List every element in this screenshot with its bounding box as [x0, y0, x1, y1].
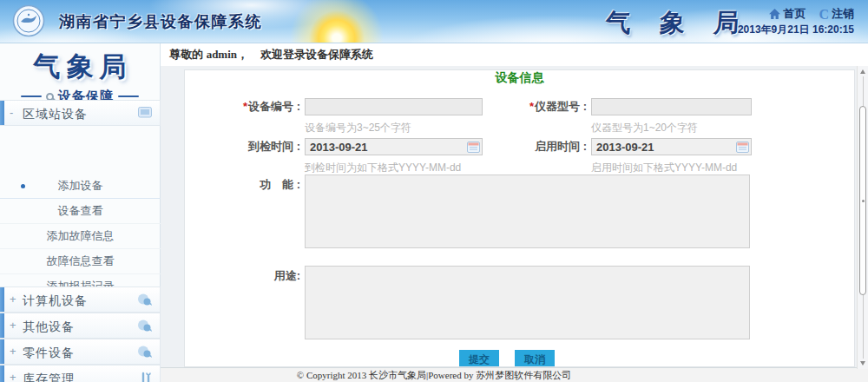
device-info-panel: 设备信息 *设备编号 : *仪器型号 : 设备编号为3~25个字符 仪器型号为1… — [184, 69, 855, 367]
function-label: 功 能 : — [185, 176, 300, 194]
home-icon[interactable] — [769, 9, 780, 19]
system-title: 湖南省宁乡县设备保障系统 — [59, 11, 262, 32]
sidebar-logo: 气象局 — [0, 49, 160, 85]
enable-date-label: 启用时间 : — [471, 138, 587, 155]
section-accent-bar — [0, 313, 4, 338]
required-asterisk: * — [243, 100, 247, 113]
form-title: 设备信息 — [185, 70, 854, 85]
header-datetime: 2013年9月21日 16:20:15 — [738, 23, 854, 37]
mouse-icon — [137, 346, 152, 358]
sidebar-item-label: 添加设备 — [58, 179, 103, 192]
sidebar: 气象局 设备保障 - 区域站设备 添加设备 设备查看 — [0, 43, 161, 382]
calendar-icon[interactable] — [736, 141, 749, 153]
sidebar-section-inventory[interactable]: + 库存管理 — [0, 365, 161, 382]
section-accent-bar — [0, 366, 4, 382]
logout-icon[interactable]: C — [819, 9, 829, 20]
inspect-date-hint: 到检时间为如下格式YYYY-MM-dd — [305, 161, 461, 175]
sidebar-item-add-device[interactable]: 添加设备 — [0, 174, 161, 199]
purpose-textarea[interactable] — [305, 266, 750, 339]
inspect-date-label: 到检时间 : — [185, 138, 300, 155]
model-input[interactable] — [591, 98, 752, 115]
enable-date-field — [591, 138, 752, 155]
section-accent-bar — [0, 287, 4, 312]
section-label: 库存管理 — [23, 372, 75, 382]
logout-link[interactable]: 注销 — [832, 6, 854, 22]
welcome-username: admin — [207, 48, 237, 62]
inspect-date-field — [305, 138, 483, 155]
sidebar-item-label: 添加故障信息 — [47, 229, 115, 242]
sidebar-item-add-fault[interactable]: 添加故障信息 — [0, 224, 161, 249]
expand-indicator: + — [10, 293, 16, 306]
required-asterisk: * — [529, 100, 534, 113]
active-bullet-icon — [21, 184, 25, 188]
collapse-indicator: - — [10, 107, 13, 119]
home-link[interactable]: 首页 — [783, 6, 806, 22]
model-label: *仪器型号 : — [471, 98, 587, 115]
device-no-hint: 设备编号为3~25个字符 — [305, 121, 411, 135]
divider-line — [118, 96, 139, 97]
app-window: 湖南省宁乡县设备保障系统 气 象 局 首页 C 注销 2013年9月21日 16… — [0, 0, 868, 382]
enable-date-hint: 启用时间如下格式YYYY-MM-dd — [591, 161, 737, 175]
purpose-label: 用途: — [185, 267, 300, 285]
welcome-comma: ， — [237, 47, 248, 63]
sidebar-item-view-devices[interactable]: 设备查看 — [0, 199, 161, 224]
inspect-date-input[interactable] — [306, 139, 482, 155]
section-label: 零件设备 — [23, 346, 75, 361]
submit-button[interactable]: 提交 — [459, 350, 499, 367]
divider-line — [21, 96, 42, 97]
mouse-icon — [137, 293, 152, 306]
welcome-message: 欢迎登录设备保障系统 — [260, 47, 373, 63]
function-textarea[interactable] — [305, 175, 750, 248]
section-label: 其他设备 — [23, 319, 75, 335]
sidebar-item-label: 故障信息查看 — [47, 254, 115, 267]
sidebar-item-view-faults[interactable]: 故障信息查看 — [0, 249, 161, 274]
welcome-greeting: 尊敬的 — [169, 47, 203, 63]
welcome-bar: 尊敬的 admin ， 欢迎登录设备保障系统 — [161, 43, 868, 66]
footer-copyright: © Copyright 2013 长沙市气象局|Powered by 苏州梦图软… — [161, 367, 868, 382]
bureau-title: 气 象 局 — [605, 6, 752, 41]
cancel-button[interactable]: 取消 — [515, 350, 555, 367]
sidebar-section-regional-devices[interactable]: - 区域站设备 — [0, 100, 161, 126]
enable-date-input[interactable] — [592, 139, 751, 155]
vertical-scrollbar[interactable] — [857, 66, 868, 369]
device-no-label: *设备编号 : — [185, 98, 300, 115]
sidebar-item-label: 设备查看 — [58, 204, 103, 217]
section-label: 区域站设备 — [23, 107, 88, 122]
tools-icon — [140, 372, 152, 382]
scroll-down-arrow-icon[interactable] — [860, 361, 865, 366]
expand-indicator: + — [10, 346, 16, 358]
header-links: 首页 C 注销 — [769, 6, 854, 22]
monitor-icon — [138, 107, 152, 118]
device-no-input[interactable] — [305, 98, 483, 115]
scrollbar-thumb[interactable] — [859, 106, 866, 295]
scroll-up-arrow-icon[interactable] — [860, 69, 865, 74]
sidebar-section-parts-devices[interactable]: + 零件设备 — [0, 339, 161, 365]
header-banner: 湖南省宁乡县设备保障系统 气 象 局 首页 C 注销 2013年9月21日 16… — [0, 0, 868, 43]
mouse-icon — [137, 319, 152, 332]
section-label: 计算机设备 — [23, 293, 88, 309]
model-hint: 仪器型号为1~20个字符 — [591, 121, 698, 135]
section-accent-bar — [0, 339, 4, 364]
sidebar-section-computer-devices[interactable]: + 计算机设备 — [0, 286, 161, 313]
bureau-seal-logo — [12, 4, 45, 37]
sidebar-section-other-devices[interactable]: + 其他设备 — [0, 313, 161, 339]
expand-indicator: + — [10, 319, 16, 332]
section-accent-bar — [0, 101, 4, 125]
expand-indicator: + — [10, 372, 16, 382]
